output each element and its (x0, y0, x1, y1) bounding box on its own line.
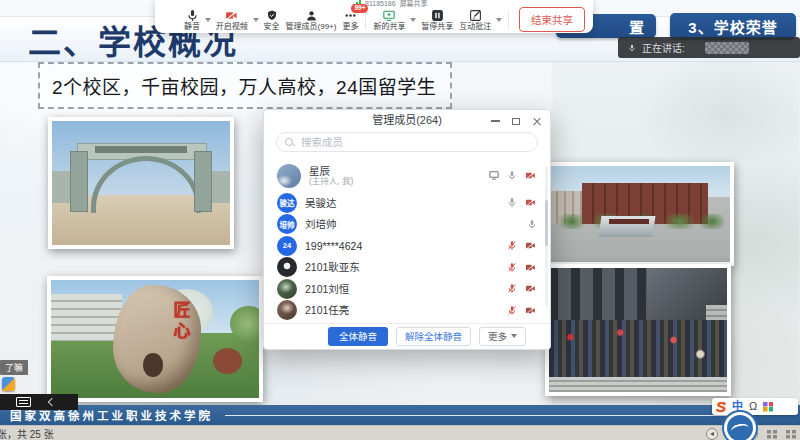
camera-off-icon[interactable] (524, 240, 537, 251)
photo-rock-sculpture: 匠心 (47, 276, 263, 402)
share-status-text: 屏幕共享 (400, 0, 428, 7)
maximize-icon[interactable] (512, 118, 520, 125)
mic-off-icon[interactable] (507, 283, 517, 294)
photo-student-group (545, 264, 731, 396)
ime-tools-grid-icon[interactable] (763, 402, 773, 412)
member-row[interactable]: 星辰 (主持人, 我) (264, 160, 550, 192)
slide-grid-button[interactable] (786, 430, 796, 439)
chat-tooltip: 了嘛 (0, 360, 28, 375)
camera-off-icon[interactable] (524, 262, 537, 273)
camera-off-icon[interactable] (524, 283, 537, 294)
pause-icon (431, 8, 444, 22)
previous-slide-button[interactable] (706, 428, 718, 440)
member-search[interactable] (276, 132, 538, 152)
dialog-footer: 全体静音 解除全体静音 更多 (264, 323, 550, 349)
slide-counter: 张，共 25 张 (0, 426, 54, 440)
toolbar-divider (508, 11, 509, 29)
pause-share-button[interactable]: 暂停共享 (418, 8, 456, 31)
camera-off-icon (224, 8, 239, 22)
meeting-number: 81185186 (365, 0, 396, 7)
photo-campus-gate-art (52, 121, 230, 245)
annotate-button[interactable]: 互动批注 (456, 8, 494, 31)
chevron-down-icon[interactable] (494, 18, 504, 22)
unmute-all-button[interactable]: 解除全体静音 (396, 327, 471, 346)
camera-off-icon[interactable] (524, 305, 537, 316)
chevron-down-icon[interactable] (251, 18, 261, 22)
person-icon (305, 8, 318, 22)
chevron-down-icon (511, 334, 517, 338)
member-row[interactable]: 2101耿亚东 (264, 256, 550, 278)
chat-tooltip-text: 了嘛 (5, 361, 23, 374)
chevron-left-icon[interactable] (48, 398, 56, 406)
screen-share-icon[interactable] (488, 170, 500, 181)
avatar: 培帅 (277, 214, 297, 234)
keyboard-icon[interactable] (16, 397, 31, 407)
toolbar-buttons: 静音 开启视频 安全 管理成员(99+) (155, 7, 593, 34)
slide-nav-button-honors[interactable]: 3、学校荣誉 (670, 13, 796, 40)
speaker-name-blurred (705, 42, 749, 54)
end-share-button[interactable]: 结束共享 (519, 7, 585, 32)
photo-campus-building-art (550, 166, 730, 262)
toolbar-divider (365, 11, 366, 29)
mic-off-icon[interactable] (507, 305, 517, 316)
floating-taskbar (0, 394, 78, 410)
more-badge: 99+ (351, 4, 368, 13)
manage-members-button[interactable]: 管理成员(99+) (283, 8, 340, 31)
member-list: 星辰 (主持人, 我) 骏达 吴骏达 培帅 刘培帅 (264, 158, 550, 323)
school-logo (722, 410, 758, 440)
chevron-down-icon[interactable] (203, 18, 213, 22)
sogou-logo-icon[interactable]: S (716, 399, 726, 414)
mute-button[interactable]: 静音 (181, 8, 203, 31)
camera-button[interactable]: 开启视频 (213, 8, 251, 31)
minimize-icon[interactable] (491, 120, 500, 122)
meeting-toolbar: 81185186 屏幕共享 静音 开启视频 (155, 0, 593, 33)
security-button[interactable]: 安全 (261, 8, 283, 31)
member-row[interactable]: 2101刘恒 (264, 278, 550, 300)
mute-all-button[interactable]: 全体静音 (328, 327, 388, 346)
camera-off-icon[interactable] (524, 197, 537, 208)
presenter-status-bar: 张，共 25 张 (0, 425, 800, 440)
member-status-icons (507, 262, 537, 273)
member-list-scrollbar[interactable] (545, 166, 548, 306)
mic-on-icon[interactable] (507, 197, 517, 208)
slide-footer-banner: 国家双高徐州工业职业技术学院 (0, 405, 800, 425)
app-mini-icon[interactable] (2, 377, 15, 391)
mic-icon (186, 8, 199, 22)
close-icon[interactable] (532, 116, 542, 126)
ime-symbol-button[interactable]: Ω (749, 401, 757, 412)
mic-off-icon[interactable] (507, 240, 517, 251)
window-controls (491, 110, 542, 132)
avatar: 24 (277, 236, 297, 256)
screen: 二、学校概况 置 3、学校荣誉 2个校区，千亩校园，万人高校，24国留学生 (0, 0, 800, 440)
slide-subtitle-box: 2个校区，千亩校园，万人高校，24国留学生 (38, 62, 452, 109)
share-screen-icon (382, 8, 396, 22)
mic-on-icon[interactable] (507, 170, 517, 181)
shield-icon (266, 8, 278, 22)
banner-divider-line (225, 415, 752, 416)
mic-on-icon[interactable] (527, 219, 537, 230)
mic-off-icon[interactable] (507, 262, 517, 273)
photo-student-group-art (549, 268, 727, 392)
dialog-titlebar[interactable]: 管理成员(264) (264, 110, 550, 128)
member-status-icons (527, 219, 537, 230)
slide-grid-button[interactable] (767, 430, 777, 439)
member-status-icons (507, 197, 537, 208)
member-row[interactable]: 骏达 吴骏达 (264, 192, 550, 214)
more-button[interactable]: 更多 99+ (339, 8, 361, 31)
camera-off-icon[interactable] (524, 170, 537, 181)
new-share-button[interactable]: 新的共享 (370, 8, 408, 31)
school-logo-emblem (727, 415, 753, 440)
member-row[interactable]: 2101任亮 (264, 299, 550, 321)
chevron-down-icon[interactable] (408, 18, 418, 22)
member-name: 2101任亮 (305, 304, 499, 316)
speaking-label: 正在讲话: (642, 40, 685, 55)
avatar (277, 300, 297, 320)
avatar: 骏达 (277, 193, 297, 213)
search-input[interactable] (299, 135, 529, 149)
meeting-status-row: 81185186 屏幕共享 (155, 0, 593, 7)
member-status-icons (507, 240, 537, 251)
member-row[interactable]: 培帅 刘培帅 (264, 213, 550, 235)
member-status-icons (507, 283, 537, 294)
more-actions-button[interactable]: 更多 (479, 327, 526, 346)
member-row[interactable]: 24 199****4624 (264, 235, 550, 257)
